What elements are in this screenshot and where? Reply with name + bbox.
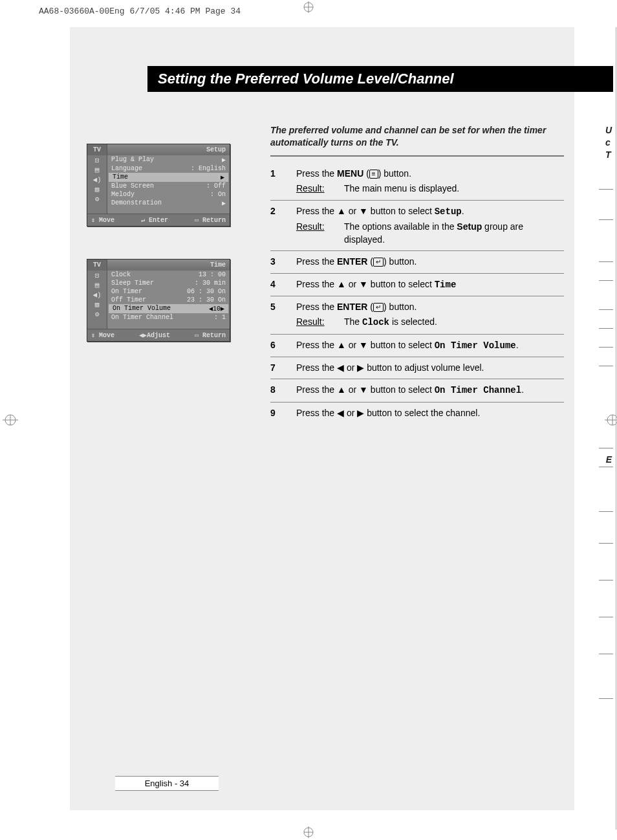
step-body: Press the ENTER (↵) button. <box>296 255 564 268</box>
osd-row: Sleep Timer: 30 min <box>107 279 230 287</box>
osd-row-label: On Timer Channel <box>111 314 173 321</box>
osd-return-hint: ▭ Return <box>195 331 226 339</box>
osd-row-value: : 1 <box>214 314 226 321</box>
result-label: Result: <box>296 220 338 247</box>
result-text: The Clock is selected. <box>344 315 437 329</box>
step-body: Press the ▲ or ▼ button to select Time <box>296 278 564 291</box>
osd-row-label: Sleep Timer <box>111 280 154 287</box>
osd-row: On Timer06 : 30 On <box>107 287 230 296</box>
setup-icon: ⚙ <box>87 194 107 204</box>
step: 1Press the MENU (≡) button.Result:The ma… <box>270 163 564 201</box>
osd-row-value: ◀10▶ <box>209 305 224 313</box>
intro-text: The preferred volume and channel can be … <box>270 124 564 157</box>
osd-row-label: Off Timer <box>111 296 146 304</box>
osd-enter-hint: ↵ Enter <box>141 216 168 224</box>
step-body: Press the ▲ or ▼ button to select On Tim… <box>296 383 564 397</box>
osd-row-label: Time <box>113 173 128 181</box>
side-rules <box>599 189 613 366</box>
function-icon: ▧ <box>87 184 107 194</box>
crop-mark-left <box>3 412 18 428</box>
osd-return-hint: ▭ Return <box>195 216 226 224</box>
step-number: 3 <box>270 255 296 268</box>
osd-row-label: Language <box>111 165 142 172</box>
step-body: Press the MENU (≡) button.Result:The mai… <box>296 167 564 195</box>
step-number: 4 <box>270 278 296 291</box>
print-header: AA68-03660A-00Eng 6/7/05 4:46 PM Page 34 <box>39 6 241 16</box>
osd-row: Plug & Play▶ <box>107 155 230 164</box>
channel-icon: ◀) <box>87 290 107 300</box>
picture-icon: ⊡ <box>87 271 107 280</box>
steps-list: 1Press the MENU (≡) button.Result:The ma… <box>270 163 564 424</box>
step: 6Press the ▲ or ▼ button to select On Ti… <box>270 335 564 357</box>
blank-icon <box>87 319 107 329</box>
side-rules-lower <box>599 448 613 699</box>
step: 5Press the ENTER (↵) button.Result:The C… <box>270 296 564 335</box>
step: 2Press the ▲ or ▼ button to select Setup… <box>270 201 564 252</box>
step-number: 1 <box>270 167 296 195</box>
blank-icon <box>87 204 107 214</box>
osd-section-label: Time <box>107 260 230 271</box>
osd-row: Off Timer23 : 30 On <box>107 296 230 304</box>
osd-icon-strip: ⊡ ▤ ◀) ▧ ⚙ <box>87 155 107 214</box>
step: 8Press the ▲ or ▼ button to select On Ti… <box>270 379 564 402</box>
osd-row-value: ▶ <box>221 173 224 181</box>
osd-tv-label: TV <box>87 260 107 271</box>
step: 3Press the ENTER (↵) button. <box>270 251 564 273</box>
result-text: The main menu is displayed. <box>344 182 459 195</box>
osd-row: Time▶ <box>109 173 228 182</box>
osd-row-value: : 30 min <box>195 280 226 287</box>
osd-row-value: ▶ <box>222 199 226 207</box>
osd-row: Demonstration▶ <box>107 199 230 208</box>
osd-move-hint: ⇕ Move <box>91 216 114 224</box>
step: 7Press the ◀ or ▶ button to adjust volum… <box>270 357 564 379</box>
function-icon: ▧ <box>87 300 107 309</box>
osd-move-hint: ⇕ Move <box>91 331 114 339</box>
step-number: 2 <box>270 204 296 247</box>
step-body: Press the ◀ or ▶ button to select the ch… <box>296 406 564 419</box>
result-label: Result: <box>296 315 338 329</box>
osd-row-label: On Timer Volume <box>113 305 171 313</box>
osd-row-value: : Off <box>206 182 226 190</box>
step-number: 5 <box>270 300 296 329</box>
page-body: Setting the Preferred Volume Level/Chann… <box>70 27 574 810</box>
osd-setup-menu: TV Setup ⊡ ▤ ◀) ▧ ⚙ Plug & Play▶Language… <box>87 144 230 227</box>
osd-adjust-hint: ◀▶Adjust <box>139 331 170 339</box>
osd-row-value: ▶ <box>222 156 226 164</box>
result-text: The options available in the Setup group… <box>344 220 564 247</box>
osd-row: On Timer Volume◀10▶ <box>109 304 228 313</box>
osd-row-value: 23 : 30 On <box>187 296 226 304</box>
step: 9Press the ◀ or ▶ button to select the c… <box>270 403 564 424</box>
sound-icon: ▤ <box>87 165 107 175</box>
osd-row: Language: English <box>107 164 230 173</box>
osd-row-label: On Timer <box>111 288 142 295</box>
crop-mark-top <box>303 1 314 13</box>
osd-time-menu: TV Time ⊡ ▤ ◀) ▧ ⚙ Clock13 : 00Sleep Tim… <box>87 259 230 342</box>
crop-mark-bottom <box>303 826 314 838</box>
step: 4Press the ▲ or ▼ button to select Time <box>270 274 564 296</box>
step-body: Press the ◀ or ▶ button to adjust volume… <box>296 361 564 374</box>
page-title: Setting the Preferred Volume Level/Chann… <box>147 66 613 92</box>
osd-row-value: 06 : 30 On <box>187 288 226 295</box>
step-number: 9 <box>270 406 296 419</box>
osd-row: Blue Screen: Off <box>107 182 230 190</box>
setup-icon: ⚙ <box>87 309 107 319</box>
channel-icon: ◀) <box>87 175 107 184</box>
step-number: 7 <box>270 361 296 374</box>
step-body: Press the ▲ or ▼ button to select Setup.… <box>296 204 564 247</box>
osd-row-label: Clock <box>111 271 131 278</box>
cutoff-text-top: U c T <box>605 124 612 161</box>
osd-row: Melody: On <box>107 190 230 199</box>
step-number: 8 <box>270 383 296 397</box>
step-body: Press the ENTER (↵) button.Result:The Cl… <box>296 300 564 329</box>
osd-tv-label: TV <box>87 144 107 155</box>
osd-row-value: : On <box>210 191 226 198</box>
sound-icon: ▤ <box>87 280 107 290</box>
osd-row-label: Blue Screen <box>111 182 154 190</box>
step-body: Press the ▲ or ▼ button to select On Tim… <box>296 338 564 352</box>
page-number: English - 34 <box>115 776 219 791</box>
osd-section-label: Setup <box>107 144 230 155</box>
result-label: Result: <box>296 182 338 195</box>
osd-row-label: Melody <box>111 191 135 198</box>
osd-row-value: 13 : 00 <box>199 271 226 278</box>
osd-row: On Timer Channel: 1 <box>107 313 230 322</box>
